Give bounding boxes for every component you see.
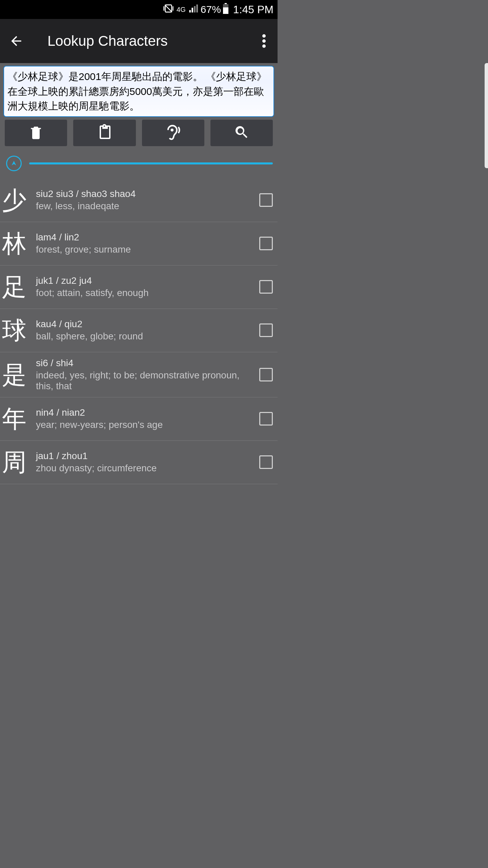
character-glyph: 足 [2, 275, 36, 299]
pronunciation: juk1 / zu2 ju4 [36, 275, 257, 286]
paste-button[interactable] [73, 120, 136, 146]
clipboard-icon [96, 123, 113, 143]
page-title: Lookup Characters [47, 33, 256, 49]
navigate-up-icon[interactable] [6, 156, 22, 171]
svg-rect-1 [172, 6, 174, 11]
definition: indeed, yes, right; to be; demonstrative… [36, 370, 257, 392]
entry-text: si6 / shi4 indeed, yes, right; to be; de… [36, 358, 259, 392]
entry-text: kau4 / qiu2 ball, sphere, globe; round [36, 319, 259, 342]
input-container: 《少林足球》是2001年周星馳出品的電影。 《少林足球》在全球上映的累計總票房約… [0, 63, 278, 118]
battery-percent: 67% [201, 4, 221, 15]
back-button[interactable] [5, 30, 27, 52]
select-checkbox[interactable] [259, 280, 273, 294]
svg-point-9 [262, 44, 266, 48]
select-checkbox[interactable] [259, 412, 273, 426]
entry-text: nin4 / nian2 year; new-years; person's a… [36, 407, 259, 430]
delete-button[interactable] [5, 120, 67, 146]
search-button[interactable] [210, 120, 273, 146]
pronunciation: si6 / shi4 [36, 358, 257, 369]
character-glyph: 林 [2, 231, 36, 256]
app-bar: Lookup Characters [0, 19, 278, 63]
list-item[interactable]: 周 jau1 / zhou1 zhou dynasty; circumferen… [0, 441, 278, 484]
overflow-menu-button[interactable] [256, 30, 272, 52]
select-checkbox[interactable] [259, 193, 273, 207]
clock: 1:45 PM [233, 3, 273, 16]
list-item[interactable]: 少 siu2 siu3 / shao3 shao4 few, less, ina… [0, 179, 278, 222]
character-glyph: 年 [2, 407, 36, 431]
vibrate-mute-icon [163, 3, 174, 16]
progress-row [0, 148, 278, 179]
entry-text: jau1 / zhou1 zhou dynasty; circumference [36, 451, 259, 474]
status-bar: 4G 67% 1:45 PM [0, 0, 278, 19]
definition: ball, sphere, globe; round [36, 331, 257, 342]
definition: year; new-years; person's age [36, 419, 257, 430]
definition: zhou dynasty; circumference [36, 463, 257, 474]
ear-icon [164, 123, 182, 143]
svg-point-8 [262, 39, 266, 43]
search-icon [233, 124, 250, 142]
pronunciation: kau4 / qiu2 [36, 319, 257, 330]
entry-text: lam4 / lin2 forest, grove; surname [36, 232, 259, 255]
definition: forest, grove; surname [36, 244, 257, 255]
character-glyph: 少 [2, 188, 36, 212]
listen-button[interactable] [142, 120, 204, 146]
lookup-text-input[interactable]: 《少林足球》是2001年周星馳出品的電影。 《少林足球》在全球上映的累計總票房約… [3, 66, 274, 117]
character-list: 少 siu2 siu3 / shao3 shao4 few, less, ina… [0, 179, 278, 484]
definition: foot; attain, satisfy, enough [36, 288, 257, 298]
svg-point-10 [170, 129, 174, 132]
select-checkbox[interactable] [259, 237, 273, 250]
svg-rect-4 [225, 3, 227, 4]
network-type-label: 4G [177, 6, 186, 13]
list-item[interactable]: 年 nin4 / nian2 year; new-years; person's… [0, 397, 278, 441]
entry-text: siu2 siu3 / shao3 shao4 few, less, inade… [36, 189, 259, 212]
svg-point-7 [262, 34, 266, 38]
list-item[interactable]: 是 si6 / shi4 indeed, yes, right; to be; … [0, 352, 278, 397]
svg-rect-0 [163, 6, 164, 11]
pronunciation: jau1 / zhou1 [36, 451, 257, 461]
character-glyph: 周 [2, 450, 36, 474]
select-checkbox[interactable] [259, 368, 273, 381]
character-glyph: 球 [2, 318, 36, 342]
signal-icon [188, 4, 198, 16]
entry-text: juk1 / zu2 ju4 foot; attain, satisfy, en… [36, 275, 259, 298]
action-row [0, 118, 278, 148]
character-glyph: 是 [2, 362, 36, 387]
list-item[interactable]: 林 lam4 / lin2 forest, grove; surname [0, 222, 278, 265]
pronunciation: lam4 / lin2 [36, 232, 257, 243]
svg-rect-6 [223, 7, 228, 14]
battery-icon [222, 3, 229, 16]
trash-icon [28, 123, 43, 142]
pronunciation: nin4 / nian2 [36, 407, 257, 418]
list-item[interactable]: 球 kau4 / qiu2 ball, sphere, globe; round [0, 309, 278, 352]
select-checkbox[interactable] [259, 323, 273, 337]
definition: few, less, inadeqate [36, 201, 257, 212]
progress-slider[interactable] [29, 162, 273, 164]
pronunciation: siu2 siu3 / shao3 shao4 [36, 189, 257, 199]
list-item[interactable]: 足 juk1 / zu2 ju4 foot; attain, satisfy, … [0, 265, 278, 309]
select-checkbox[interactable] [259, 455, 273, 469]
